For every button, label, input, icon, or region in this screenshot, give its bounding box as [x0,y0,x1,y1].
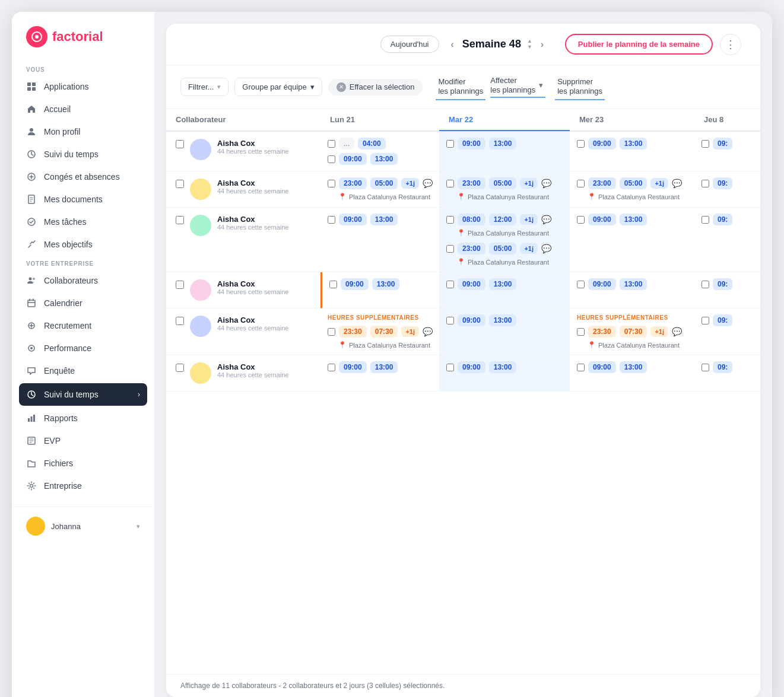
shift-check[interactable] [446,281,454,288]
table-row: Aisha Cox 44 heures cette semaine HEURES… [166,308,760,355]
message-icon: 💬 [541,215,551,224]
sidebar-item-collaborateurs[interactable]: Collaborateurs [12,269,154,292]
week-arrows: ▲ ▼ [527,39,532,50]
shift-check[interactable] [702,180,709,187]
shift-check[interactable] [446,364,454,371]
sidebar-item-mon-profil[interactable]: Mon profil [12,120,154,143]
section-vous-label: VOUS [12,62,154,75]
sidebar-item-calendrier[interactable]: Calendrier [12,292,154,314]
affecter-chevron-icon[interactable]: ▾ [537,81,545,90]
shift-check[interactable] [446,216,454,224]
shift-check[interactable] [577,140,585,148]
row-checkbox-3[interactable] [176,216,184,224]
shift-check[interactable] [702,364,709,371]
header-right: Publier le planning de la semaine ⋮ [565,34,741,55]
group-dropdown[interactable]: Groupe par équipe ▾ [234,78,322,96]
performance-icon [26,343,37,354]
sidebar-item-suivi-temps[interactable]: Suivi du temps [12,143,154,166]
sidebar-item-fichiers[interactable]: Fichiers [12,452,154,475]
filter-label: Filtrer... [188,82,214,91]
shift-check[interactable] [702,281,709,288]
shift-check[interactable] [577,328,585,336]
user-section[interactable]: Johanna ▾ [12,507,154,545]
sidebar-item-applications[interactable]: Applications [12,75,154,98]
prev-week-button[interactable]: ‹ [449,37,456,52]
conges-icon [26,171,37,182]
pin-icon: 📍 [338,341,347,349]
fichiers-label: Fichiers [44,459,73,468]
svg-rect-13 [28,300,35,307]
sidebar-item-objectifs[interactable]: Mes objectifs [12,233,154,256]
day-cell-2-lun: 23:00 05:00 +1j 💬 📍 Plaza Catalunya Rest… [320,171,439,208]
shift-check[interactable] [446,140,454,148]
employee-info-1: Aisha Cox 44 heures cette semaine [217,139,288,155]
svg-rect-19 [31,416,33,422]
shift-check[interactable] [328,180,335,187]
shift-check[interactable] [328,216,335,224]
week-nav: ‹ Semaine 48 ▲ ▼ › [449,37,547,52]
shift-check[interactable] [328,155,335,163]
gear-icon [26,480,37,491]
supprimer-button[interactable]: Supprimer les plannings [555,74,605,100]
row-checkbox-5[interactable] [176,317,184,325]
week-up-button[interactable]: ▲ [527,39,532,44]
shift-check[interactable] [328,364,335,371]
shift-check[interactable] [577,180,585,187]
row-checkbox-4[interactable] [176,281,184,289]
day-cell-6-mer: 09:00 13:00 [570,355,694,392]
sidebar-item-performance[interactable]: Performance [12,337,154,359]
shift-check[interactable] [328,328,335,336]
sidebar-item-taches[interactable]: Mes tâches [12,211,154,233]
suivi-temps-label: Suivi du temps [44,149,99,159]
modifier-button[interactable]: Modifier les plannings [436,74,485,100]
shift-check[interactable] [577,281,585,288]
day-cell-6-mar: 09:00 13:00 [439,355,570,392]
svg-rect-5 [32,87,36,91]
sidebar-item-rapports[interactable]: Rapports [12,407,154,429]
shift-check[interactable] [446,245,454,253]
more-options-button[interactable]: ⋮ [720,34,741,55]
shift-check[interactable] [702,216,709,224]
today-button[interactable]: Aujourd'hui [380,36,439,53]
shift-check[interactable] [702,317,709,324]
clear-selection-button[interactable]: ✕ Effacer la sélection [328,79,423,96]
col-lun21: Lun 21 [320,109,439,131]
applications-label: Applications [44,82,89,91]
sidebar-item-suivi-du-temps[interactable]: Suivi du temps › [19,383,147,406]
svg-rect-3 [32,82,36,86]
sidebar-item-documents[interactable]: Mes documents [12,188,154,211]
shift-check[interactable] [702,140,709,148]
shift-check[interactable] [577,364,585,371]
table-row: Aisha Cox 44 heures cette semaine 23:00 … [166,171,760,208]
row-checkbox-6[interactable] [176,364,184,372]
day-cell-4-jeu: 09: [694,272,760,308]
day-cell-1-mar: 09:00 13:00 [439,132,570,171]
sidebar-item-recrutement[interactable]: Recrutement [12,314,154,337]
sidebar-item-conges[interactable]: Congés et absences [12,166,154,188]
avatar-5 [190,316,211,337]
sidebar-item-enquete[interactable]: Enquête [12,359,154,382]
time-badge-end: 04:00 [358,138,386,149]
shift-check[interactable] [577,216,585,224]
sidebar-item-entreprise[interactable]: Entreprise [12,475,154,497]
clock-icon-1 [26,149,37,160]
affecter-button[interactable]: Affecter les plannings ▾ [490,76,545,98]
shift-check[interactable] [329,281,337,288]
sidebar-item-evp[interactable]: EVP [12,429,154,452]
row-checkbox-2[interactable] [176,180,184,188]
rapports-icon [26,413,37,424]
row-checkbox-1[interactable] [176,140,184,148]
table-row: Aisha Cox 44 heures cette semaine 09:00 … [166,272,760,308]
day-cell-6-jeu: 09: [694,355,760,392]
next-week-button[interactable]: › [538,37,546,52]
shift-check[interactable] [328,140,335,148]
filter-dropdown[interactable]: Filtrer... ▾ [180,78,228,96]
publish-button[interactable]: Publier le planning de la semaine [565,34,713,55]
week-down-button[interactable]: ▼ [527,44,532,50]
day-cell-4-mer: 09:00 13:00 [570,272,694,308]
employee-cell-2: Aisha Cox 44 heures cette semaine [166,171,320,208]
shift-check[interactable] [446,180,454,187]
message-icon: 💬 [672,179,682,188]
sidebar-item-accueil[interactable]: Accueil [12,98,154,120]
shift-check[interactable] [446,317,454,324]
